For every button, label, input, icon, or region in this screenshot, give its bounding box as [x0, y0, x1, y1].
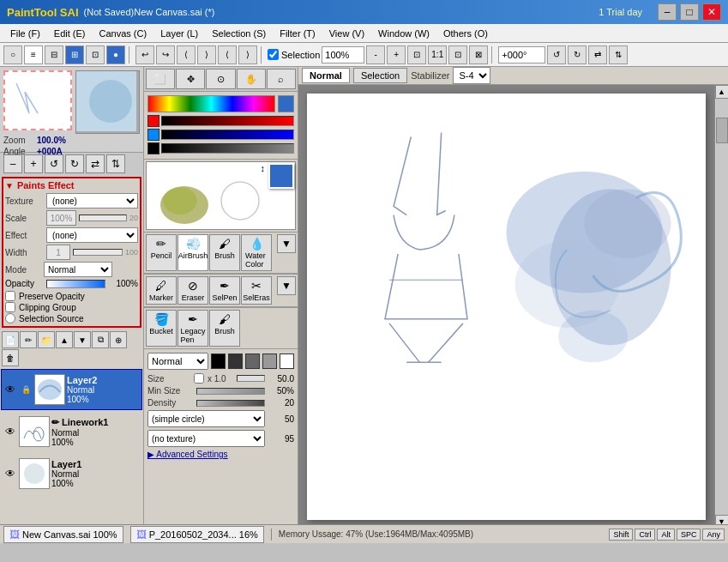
brush-size-indicator[interactable]: ↕ [261, 163, 266, 173]
layer-eye-2[interactable]: 👁 [3, 467, 17, 480]
menu-edit[interactable]: Edit (E) [47, 27, 93, 40]
layer-item-0[interactable]: 👁 🔒 Layer2 Normal 100% [1, 369, 142, 410]
tool-select-lasso[interactable]: ⊙ [206, 69, 235, 89]
menu-window[interactable]: Window (W) [371, 27, 436, 40]
nav-flip[interactable]: ⇄ [86, 154, 105, 173]
restore-button[interactable]: □ [680, 3, 699, 21]
tool-btn-3[interactable]: ⊟ [45, 45, 63, 64]
layer-copy[interactable]: ⧉ [92, 331, 109, 348]
tool-view-hand[interactable]: ✋ [237, 69, 266, 89]
active-color-swatch[interactable] [268, 163, 294, 189]
mode-select[interactable]: Normal [44, 262, 112, 277]
brush-btn[interactable]: 🖌 Brush [209, 234, 240, 271]
texture-select-brush[interactable]: (no texture) [147, 430, 265, 447]
angle-input[interactable] [498, 46, 545, 63]
nav-btn-6[interactable]: ⟩ [238, 45, 257, 64]
layer-move-up[interactable]: ▲ [56, 331, 73, 348]
angle-btn-1[interactable]: ↺ [547, 45, 566, 64]
stabilizer-select[interactable]: S-4 S-1 S-2 S-3 S-5 S-6 S-7 [453, 67, 490, 84]
drawing-canvas[interactable] [307, 94, 706, 520]
watercolor-btn[interactable]: 💧 Water Color [241, 234, 272, 271]
black-slider[interactable] [161, 143, 294, 154]
scale-input[interactable] [46, 210, 76, 226]
flip-h[interactable]: ⇄ [588, 45, 607, 64]
pencil-btn[interactable]: ✏ Pencil [146, 234, 177, 271]
new-layer-btn[interactable]: 📄 [2, 331, 19, 348]
layer-merge[interactable]: ⊕ [110, 331, 127, 348]
status-file-1[interactable]: 🖼 New Canvas.sai 100% [3, 526, 123, 543]
nav-btn-3[interactable]: ⟨ [177, 45, 196, 64]
layer-eye-0[interactable]: 👁 [3, 383, 17, 396]
size-pressure-checkbox[interactable] [194, 373, 204, 384]
flip-v[interactable]: ⇅ [609, 45, 628, 64]
menu-layer[interactable]: Layer (L) [153, 27, 205, 40]
size-slider[interactable] [237, 375, 265, 382]
nav-btn-5[interactable]: ⟨ [218, 45, 237, 64]
airbrush-btn[interactable]: 💨 AirBrush [177, 234, 208, 271]
swatch-mid[interactable] [245, 354, 260, 369]
legacy-pen-btn[interactable]: ✒ Legacy Pen [177, 310, 208, 347]
new-folder-btn[interactable]: 📁 [38, 331, 55, 348]
blue-slider[interactable] [161, 130, 294, 140]
texture-select[interactable]: (none) [46, 193, 138, 208]
scroll-down-btn[interactable]: ▼ [715, 515, 729, 524]
tool-btn-2[interactable]: ≡ [24, 45, 43, 64]
selection-checkbox[interactable] [268, 49, 279, 60]
effect-select[interactable]: (none) [46, 227, 138, 243]
selection-source-radio[interactable] [5, 313, 15, 323]
tool-btn-4[interactable]: ⊞ [65, 45, 84, 64]
nav-zoom-out[interactable]: – [3, 154, 22, 173]
selpen-btn[interactable]: ✒ SelPen [209, 276, 240, 305]
canvas-selection-btn[interactable]: Selection [353, 68, 407, 83]
clipping-group-checkbox[interactable] [5, 302, 15, 312]
shape-select[interactable]: (simple circle) [147, 410, 265, 427]
angle-btn-2[interactable]: ↻ [568, 45, 587, 64]
brush-btn2[interactable]: 🖌 Brush [209, 310, 240, 347]
min-size-slider[interactable] [196, 388, 265, 395]
swatch-light[interactable] [262, 354, 277, 369]
hue-bar[interactable] [147, 95, 275, 112]
status-file-2[interactable]: 🖼 P_20160502_2034... 16% [130, 526, 264, 543]
canvas-normal-btn[interactable]: Normal [302, 68, 350, 83]
width-slider[interactable] [73, 249, 123, 256]
nav-btn-2[interactable]: ↪ [156, 45, 175, 64]
tool-scroll-down2[interactable]: ▼ [277, 276, 296, 295]
nav-zoom-in[interactable]: + [24, 154, 43, 173]
preserve-opacity-checkbox[interactable] [5, 291, 15, 301]
nav-rot-left[interactable]: ↺ [45, 154, 63, 173]
layer-delete[interactable]: 🗑 [2, 349, 19, 366]
menu-file[interactable]: File (F) [3, 27, 47, 40]
tool-btn-1[interactable]: ○ [3, 45, 22, 64]
menu-canvas[interactable]: Canvas (C) [93, 27, 154, 40]
tool-scroll-down[interactable]: ▼ [277, 234, 296, 253]
menu-view[interactable]: View (V) [322, 27, 371, 40]
zoom-minus[interactable]: - [366, 45, 385, 64]
zoom-fit[interactable]: ⊡ [407, 45, 426, 64]
minimize-button[interactable]: – [658, 3, 677, 21]
menu-others[interactable]: Others (O) [436, 27, 495, 40]
layer-move-down[interactable]: ▼ [74, 331, 91, 348]
red-slider[interactable] [161, 116, 294, 126]
layer-item-2[interactable]: 👁 Layer1 Normal 100% [1, 453, 142, 494]
marker-btn[interactable]: 🖊 Marker [146, 276, 177, 305]
swatch-black[interactable] [211, 354, 226, 369]
menu-selection[interactable]: Selection (S) [205, 27, 273, 40]
swatch-white[interactable] [280, 354, 294, 369]
menu-filter[interactable]: Filter (T) [273, 27, 322, 40]
new-linework-btn[interactable]: ✏ [20, 331, 37, 348]
layer-lock-0[interactable]: 🔒 [19, 383, 33, 396]
zoom-input[interactable] [322, 46, 364, 63]
scroll-up-btn[interactable]: ▲ [715, 85, 729, 99]
tool-btn-5[interactable]: ⊡ [86, 45, 105, 64]
zoom-plus[interactable]: + [387, 45, 406, 64]
tool-zoom[interactable]: ⌕ [267, 69, 296, 89]
nav-rot-right[interactable]: ↻ [65, 154, 84, 173]
tool-select-rect[interactable]: ⬜ [146, 69, 175, 89]
swatch-dark[interactable] [228, 354, 243, 369]
color-picker-btn[interactable] [278, 95, 294, 112]
density-slider[interactable] [196, 400, 265, 407]
layer-eye-1[interactable]: 👁 [3, 425, 17, 438]
width-input[interactable] [46, 245, 70, 260]
opacity-bar[interactable] [46, 280, 105, 288]
seleras-btn[interactable]: ✂ SelEras [241, 276, 272, 305]
